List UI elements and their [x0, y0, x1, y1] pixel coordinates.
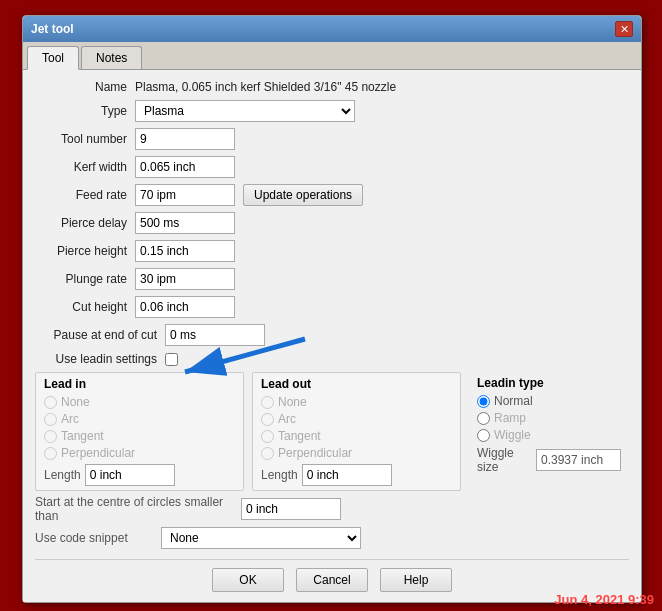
feed-rate-label: Feed rate: [35, 188, 135, 202]
lead-out-section: Lead out None Arc Tangent Perpendicular: [252, 372, 461, 491]
lead-in-section: Lead in None Arc Tangent Perpendicular: [35, 372, 244, 491]
leadin-wiggle-row: Wiggle: [477, 428, 621, 442]
bottom-section: Start at the centre of circles smaller t…: [35, 495, 629, 549]
lead-in-length-row: Length: [44, 464, 235, 486]
dialog-content: Name Plasma, 0.065 inch kerf Shielded 3/…: [23, 70, 641, 602]
lead-out-length-row: Length: [261, 464, 452, 486]
lead-out-perpendicular-radio[interactable]: [261, 447, 274, 460]
lead-out-tangent-row: Tangent: [261, 429, 452, 443]
leadin-normal-label: Normal: [494, 394, 533, 408]
dialog-title: Jet tool: [31, 22, 74, 36]
leadin-type-title: Leadin type: [477, 376, 621, 390]
lead-out-none-label: None: [278, 395, 307, 409]
feed-rate-row: Feed rate Update operations: [35, 184, 629, 206]
lead-out-arc-row: Arc: [261, 412, 452, 426]
lead-out-tangent-label: Tangent: [278, 429, 321, 443]
lead-out-none-radio[interactable]: [261, 396, 274, 409]
lead-in-none-label: None: [61, 395, 90, 409]
pierce-delay-input[interactable]: [135, 212, 235, 234]
plunge-rate-row: Plunge rate: [35, 268, 629, 290]
lead-in-length-label: Length: [44, 468, 81, 482]
ok-button[interactable]: OK: [212, 568, 284, 592]
cancel-button[interactable]: Cancel: [296, 568, 368, 592]
lead-in-arc-row: Arc: [44, 412, 235, 426]
lead-in-length-input[interactable]: [85, 464, 175, 486]
pause-end-input[interactable]: [165, 324, 265, 346]
tab-bar: Tool Notes: [23, 42, 641, 70]
leadin-normal-row: Normal: [477, 394, 621, 408]
title-bar: Jet tool ✕: [23, 16, 641, 42]
lead-out-length-input[interactable]: [302, 464, 392, 486]
wiggle-size-input[interactable]: [536, 449, 621, 471]
taskbar-datetime: Jun 4, 2021 9:39: [546, 588, 662, 611]
snippet-select[interactable]: None: [161, 527, 361, 549]
leadin-type-section: Leadin type Normal Ramp Wiggle Wiggle si…: [469, 372, 629, 491]
circles-row: Start at the centre of circles smaller t…: [35, 495, 629, 523]
circles-label: Start at the centre of circles smaller t…: [35, 495, 235, 523]
use-leadin-checkbox[interactable]: [165, 353, 178, 366]
snippet-row: Use code snippet None: [35, 527, 629, 549]
kerf-width-input[interactable]: [135, 156, 235, 178]
lead-out-arc-label: Arc: [278, 412, 296, 426]
wiggle-size-row: Wiggle size: [477, 446, 621, 474]
lead-in-tangent-radio[interactable]: [44, 430, 57, 443]
lead-in-tangent-row: Tangent: [44, 429, 235, 443]
lead-out-perpendicular-row: Perpendicular: [261, 446, 452, 460]
leadin-wiggle-label: Wiggle: [494, 428, 531, 442]
leadin-wiggle-radio[interactable]: [477, 429, 490, 442]
circles-input[interactable]: [241, 498, 341, 520]
name-row: Name Plasma, 0.065 inch kerf Shielded 3/…: [35, 80, 629, 94]
name-value: Plasma, 0.065 inch kerf Shielded 3/16" 4…: [135, 80, 396, 94]
snippet-label: Use code snippet: [35, 531, 155, 545]
type-label: Type: [35, 104, 135, 118]
kerf-width-label: Kerf width: [35, 160, 135, 174]
leads-section: Lead in None Arc Tangent Perpendicular: [35, 372, 629, 491]
lead-in-arc-radio[interactable]: [44, 413, 57, 426]
lead-in-perpendicular-row: Perpendicular: [44, 446, 235, 460]
leadin-ramp-radio[interactable]: [477, 412, 490, 425]
pierce-height-label: Pierce height: [35, 244, 135, 258]
lead-in-perpendicular-radio[interactable]: [44, 447, 57, 460]
cut-height-input[interactable]: [135, 296, 235, 318]
wiggle-size-label: Wiggle size: [477, 446, 532, 474]
lead-out-perpendicular-label: Perpendicular: [278, 446, 352, 460]
update-operations-button[interactable]: Update operations: [243, 184, 363, 206]
lead-in-arc-label: Arc: [61, 412, 79, 426]
lead-out-length-label: Length: [261, 468, 298, 482]
pierce-height-row: Pierce height: [35, 240, 629, 262]
feed-rate-input[interactable]: [135, 184, 235, 206]
use-leadin-label: Use leadin settings: [35, 352, 165, 366]
use-leadin-row: Use leadin settings: [35, 352, 629, 366]
pause-end-label: Pause at end of cut: [35, 328, 165, 342]
lead-in-title: Lead in: [44, 377, 235, 391]
help-button[interactable]: Help: [380, 568, 452, 592]
pause-end-row: Pause at end of cut: [35, 324, 629, 346]
close-button[interactable]: ✕: [615, 21, 633, 37]
leadin-ramp-row: Ramp: [477, 411, 621, 425]
tab-notes[interactable]: Notes: [81, 46, 142, 69]
kerf-width-row: Kerf width: [35, 156, 629, 178]
lead-out-tangent-radio[interactable]: [261, 430, 274, 443]
lead-in-tangent-label: Tangent: [61, 429, 104, 443]
lead-in-none-row: None: [44, 395, 235, 409]
lead-out-arc-radio[interactable]: [261, 413, 274, 426]
name-label: Name: [35, 80, 135, 94]
cut-height-row: Cut height: [35, 296, 629, 318]
lead-out-title: Lead out: [261, 377, 452, 391]
type-select[interactable]: Plasma: [135, 100, 355, 122]
pierce-delay-label: Pierce delay: [35, 216, 135, 230]
pierce-delay-row: Pierce delay: [35, 212, 629, 234]
plunge-rate-input[interactable]: [135, 268, 235, 290]
cut-height-label: Cut height: [35, 300, 135, 314]
tab-tool[interactable]: Tool: [27, 46, 79, 70]
tool-number-row: Tool number: [35, 128, 629, 150]
jet-tool-dialog: Jet tool ✕ Tool Notes Name Plasma, 0.065…: [22, 15, 642, 603]
leadin-normal-radio[interactable]: [477, 395, 490, 408]
pierce-height-input[interactable]: [135, 240, 235, 262]
footer-buttons: OK Cancel Help: [35, 559, 629, 592]
lead-in-perpendicular-label: Perpendicular: [61, 446, 135, 460]
tool-number-input[interactable]: [135, 128, 235, 150]
plunge-rate-label: Plunge rate: [35, 272, 135, 286]
lead-out-none-row: None: [261, 395, 452, 409]
lead-in-none-radio[interactable]: [44, 396, 57, 409]
